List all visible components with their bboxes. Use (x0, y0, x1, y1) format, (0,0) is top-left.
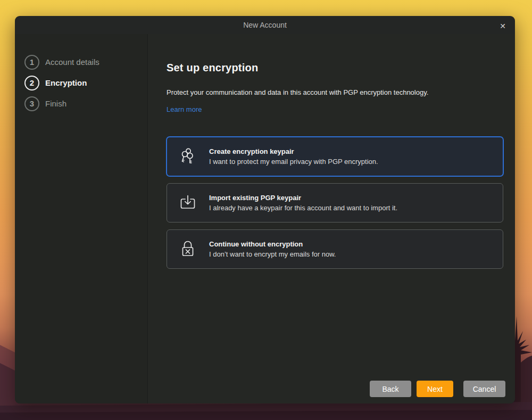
option-title: Create encryption keypair (209, 147, 378, 155)
wizard-steps-sidebar: 1 Account details 2 Encryption 3 Finish (15, 34, 148, 403)
encryption-setup-panel: Set up encryption Protect your communica… (148, 34, 515, 403)
step-2-circle: 2 (24, 76, 39, 90)
import-icon (177, 192, 198, 213)
close-icon[interactable]: ✕ (496, 19, 510, 33)
step-3-label: Finish (45, 99, 66, 108)
option-no-encryption[interactable]: Continue without encryption I don’t want… (167, 229, 503, 269)
page-title: Set up encryption (167, 62, 503, 74)
back-button[interactable]: Back (370, 381, 411, 397)
step-1-circle: 1 (24, 55, 39, 70)
option-create-keypair[interactable]: Create encryption keypair I want to prot… (167, 137, 503, 176)
option-text: Continue without encryption I don’t want… (209, 240, 336, 258)
option-text: Import existing PGP keypair I already ha… (209, 194, 397, 212)
dialog-body: 1 Account details 2 Encryption 3 Finish … (15, 34, 515, 403)
step-3-circle: 3 (24, 96, 39, 111)
encryption-options-list: Create encryption keypair I want to prot… (167, 137, 503, 269)
step-2-label: Encryption (45, 78, 87, 87)
dialog-titlebar[interactable]: New Account ✕ (15, 16, 515, 34)
keys-icon (177, 146, 198, 167)
learn-more-link[interactable]: Learn more (167, 105, 202, 113)
option-title: Import existing PGP keypair (209, 194, 397, 202)
option-title: Continue without encryption (209, 240, 336, 248)
option-subtitle: I want to protect my email privacy with … (209, 158, 378, 166)
next-button[interactable]: Next (417, 381, 453, 397)
desktop-background: { "window": { "title": "New Account", "c… (0, 0, 532, 420)
page-description: Protect your communication and data in t… (167, 88, 503, 96)
lock-x-icon (177, 238, 198, 260)
option-subtitle: I don’t want to encrypt my emails for no… (209, 250, 336, 258)
option-text: Create encryption keypair I want to prot… (209, 147, 378, 166)
dialog-title: New Account (15, 16, 515, 29)
step-encryption: 2 Encryption (24, 75, 147, 90)
new-account-dialog: New Account ✕ 1 Account details 2 Encryp… (15, 16, 515, 403)
step-account-details: 1 Account details (24, 54, 147, 70)
option-import-keypair[interactable]: Import existing PGP keypair I already ha… (167, 183, 503, 223)
step-1-label: Account details (45, 57, 99, 67)
cancel-button[interactable]: Cancel (463, 381, 505, 397)
option-subtitle: I already have a keypair for this accoun… (209, 204, 397, 212)
wizard-footer: Back Next Cancel (370, 381, 505, 397)
step-finish: 3 Finish (24, 96, 147, 111)
